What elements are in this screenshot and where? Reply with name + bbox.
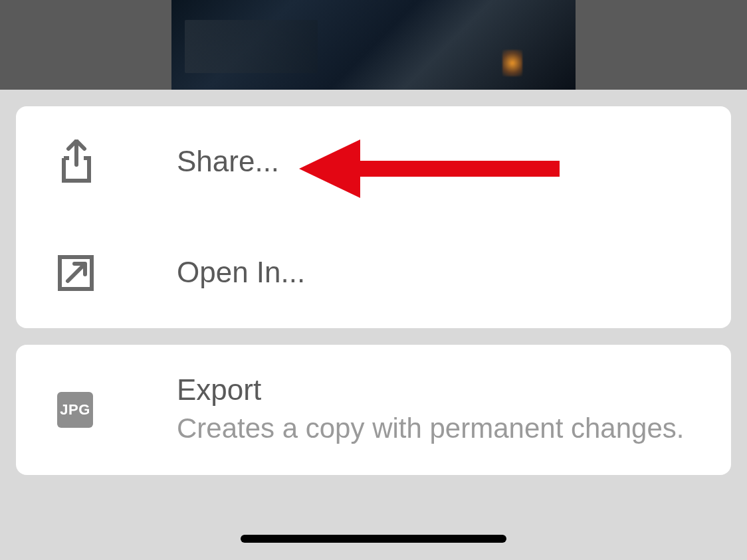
open-in-icon [57,254,94,292]
card-group-2: JPG Export Creates a copy with permanent… [16,345,731,475]
share-button[interactable]: Share... [16,106,731,217]
export-subtitle: Creates a copy with permanent changes. [177,411,684,447]
jpg-icon: JPG [57,392,93,428]
export-title: Export [177,373,684,408]
export-button[interactable]: JPG Export Creates a copy with permanent… [16,345,731,475]
image-thumbnail [171,0,576,90]
home-indicator[interactable] [241,535,506,543]
action-sheet: Share... Open In... JPG Export C [0,106,747,475]
open-in-label: Open In... [177,255,305,290]
share-label: Share... [177,144,279,179]
header-bar [0,0,747,90]
svg-line-1 [68,265,84,281]
share-icon [57,140,96,185]
card-group-1: Share... Open In... [16,106,731,328]
open-in-button[interactable]: Open In... [16,217,731,328]
